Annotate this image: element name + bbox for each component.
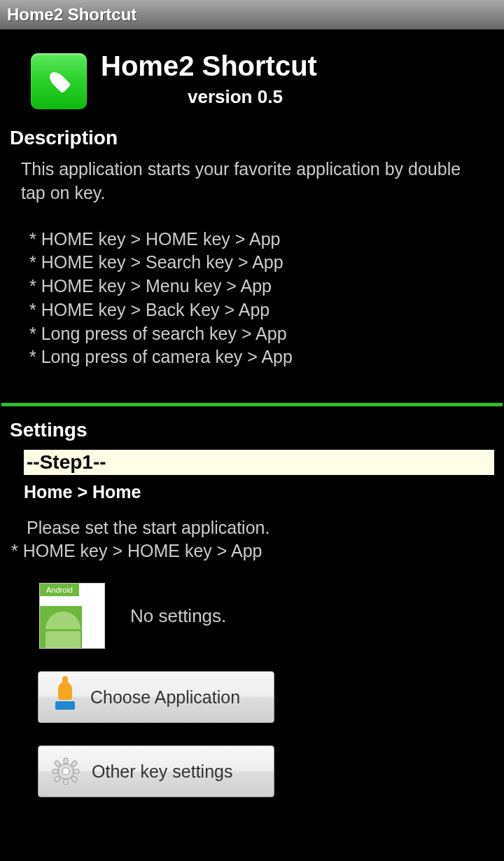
svg-point-9 <box>62 768 69 775</box>
svg-rect-1 <box>64 758 68 764</box>
android-app-icon: Android <box>39 583 105 649</box>
description-heading: Description <box>0 127 504 149</box>
svg-rect-2 <box>64 779 68 785</box>
step-path: Home > Home <box>0 482 504 502</box>
description-bullet: * HOME key > Back Key > App <box>21 298 483 322</box>
rocket-icon <box>39 62 79 102</box>
step-instruction-bullet: * HOME key > HOME key > App <box>0 539 504 563</box>
other-key-settings-label: Other key settings <box>92 762 232 782</box>
description-body: This application starts your favorite ap… <box>0 158 504 369</box>
description-bullet: * Long press of camera key > App <box>21 345 483 369</box>
step-banner: --Step1-- <box>24 450 494 475</box>
description-bullet: * Long press of search key > App <box>21 322 483 346</box>
title-bar: Home2 Shortcut <box>0 0 504 29</box>
app-launcher-icon <box>31 53 87 109</box>
description-bullet: * HOME key > Search key > App <box>21 251 483 275</box>
step-instruction: Please set the start application. <box>0 516 504 539</box>
current-setting-row: Android No settings. <box>0 583 504 649</box>
svg-rect-3 <box>52 769 58 773</box>
svg-rect-4 <box>74 769 79 773</box>
header-section: Home2 Shortcut version 0.5 <box>0 29 504 127</box>
description-bullet: * HOME key > HOME key > App <box>21 228 483 252</box>
app-version: version 0.5 <box>101 86 504 108</box>
choose-application-button[interactable]: Choose Application <box>38 671 274 723</box>
pointer-hand-icon <box>51 682 79 712</box>
settings-heading: Settings <box>0 419 504 441</box>
section-divider <box>1 403 503 406</box>
other-key-settings-button[interactable]: Other key settings <box>38 745 274 797</box>
app-title: Home2 Shortcut <box>101 50 504 82</box>
gear-icon <box>51 757 80 786</box>
choose-application-label: Choose Application <box>90 687 240 708</box>
description-intro: This application starts your favorite ap… <box>21 158 483 205</box>
title-bar-text: Home2 Shortcut <box>7 5 136 25</box>
description-bullet: * HOME key > Menu key > App <box>21 275 483 298</box>
android-tab-label: Android <box>40 584 79 596</box>
settings-status-text: No settings. <box>130 605 226 627</box>
